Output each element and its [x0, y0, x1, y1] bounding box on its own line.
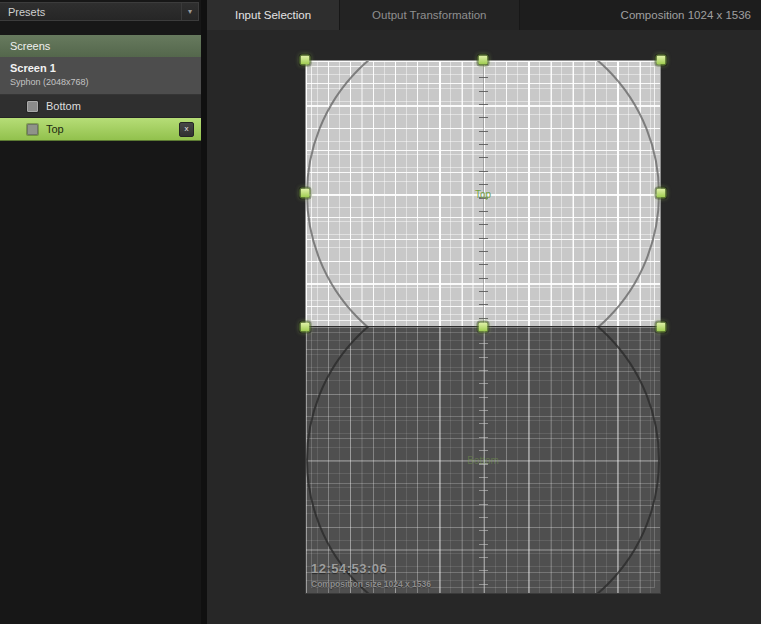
input-region-bottom[interactable]: Bottom	[305, 327, 661, 594]
composition-preview[interactable]: Top Bottom	[305, 60, 661, 594]
testcard-ticks	[479, 330, 488, 593]
layer-label-bottom: Bottom	[46, 100, 81, 112]
layer-label-top: Top	[46, 123, 64, 135]
screens-section-header: Screens	[0, 35, 201, 57]
composition-canvas[interactable]: Top Bottom	[207, 30, 761, 624]
selection-handle-bottom-center[interactable]	[478, 322, 489, 333]
testcard-inner-frame	[311, 332, 655, 588]
remove-layer-button[interactable]: x	[179, 122, 194, 137]
layer-color-swatch-icon[interactable]	[27, 124, 38, 135]
tab-input-selection[interactable]: Input Selection	[207, 0, 340, 30]
layer-color-swatch-icon[interactable]	[27, 101, 38, 112]
main-panel: Input Selection Output Transformation Co…	[207, 0, 761, 624]
testcard-circle	[306, 60, 660, 327]
screen-name: Screen 1	[10, 62, 201, 74]
app-window: Presets ▾ Screens Screen 1 Syphon (2048x…	[0, 0, 761, 624]
testcard-ticks	[479, 64, 488, 326]
testcard-centerline	[483, 61, 484, 326]
selection-handle-bottom-right[interactable]	[656, 322, 667, 333]
screen-source-label: Syphon (2048x768)	[10, 77, 201, 87]
chevron-down-icon[interactable]: ▾	[181, 3, 198, 20]
selection-handle-middle-right[interactable]	[656, 188, 667, 199]
sidebar: Presets ▾ Screens Screen 1 Syphon (2048x…	[0, 0, 201, 624]
presets-dropdown[interactable]: Presets ▾	[0, 2, 199, 21]
region-label-top: Top	[475, 188, 491, 199]
selection-handle-top-right[interactable]	[656, 55, 667, 66]
testcard-inner-frame	[311, 66, 655, 321]
composition-size-header: Composition 1024 x 1536	[621, 9, 761, 21]
presets-dropdown-label: Presets	[8, 6, 45, 18]
testcard-centerline	[483, 327, 484, 593]
selection-handle-bottom-left[interactable]	[300, 322, 311, 333]
selection-handle-top-left[interactable]	[300, 55, 311, 66]
selection-handle-top-center[interactable]	[478, 55, 489, 66]
screens-section-label: Screens	[10, 40, 50, 52]
input-region-top[interactable]: Top	[305, 60, 661, 327]
testcard-circle	[306, 327, 660, 594]
layer-row-bottom[interactable]: Bottom	[0, 95, 201, 118]
layer-row-top[interactable]: Top x	[0, 118, 201, 141]
tab-bar: Input Selection Output Transformation Co…	[207, 0, 761, 30]
screen-item-screen1[interactable]: Screen 1 Syphon (2048x768)	[0, 57, 201, 95]
selection-handle-middle-left[interactable]	[300, 188, 311, 199]
tab-output-transformation[interactable]: Output Transformation	[340, 0, 519, 30]
region-label-bottom: Bottom	[467, 455, 499, 466]
